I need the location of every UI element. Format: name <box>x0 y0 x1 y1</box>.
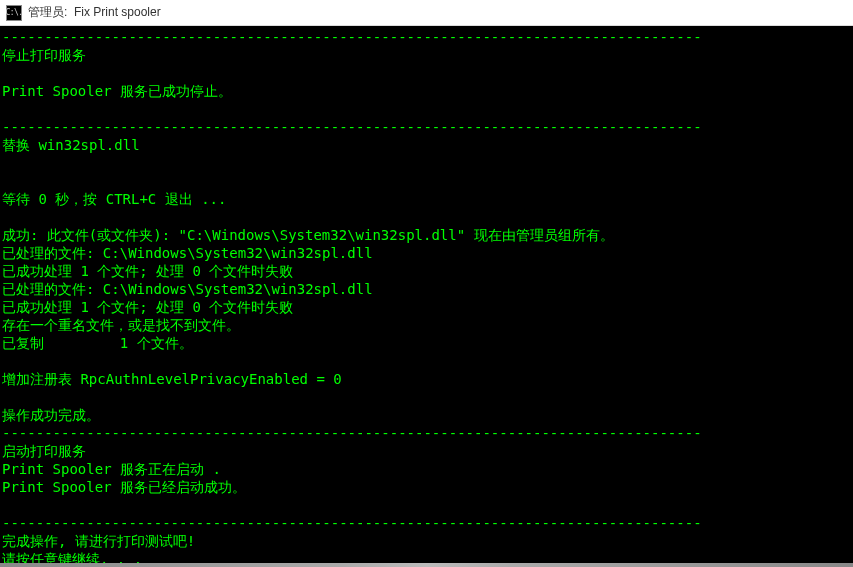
terminal-line: 启动打印服务 <box>2 442 849 460</box>
window-footer-edge <box>0 563 853 567</box>
terminal-line: 已处理的文件: C:\Windows\System32\win32spl.dll <box>2 280 849 298</box>
terminal-line: 停止打印服务 <box>2 46 849 64</box>
terminal-line <box>2 496 849 514</box>
terminal-line: 完成操作, 请进行打印测试吧! <box>2 532 849 550</box>
window-title: 管理员: Fix Print spooler <box>28 4 161 21</box>
terminal-line: ----------------------------------------… <box>2 118 849 136</box>
terminal-line: 成功: 此文件(或文件夹): "C:\Windows\System32\win3… <box>2 226 849 244</box>
title-bar[interactable]: C:\. 管理员: Fix Print spooler <box>0 0 853 26</box>
terminal-line: 等待 0 秒，按 CTRL+C 退出 ... <box>2 190 849 208</box>
terminal-line: 已处理的文件: C:\Windows\System32\win32spl.dll <box>2 244 849 262</box>
terminal-line: 替换 win32spl.dll <box>2 136 849 154</box>
console-window: C:\. 管理员: Fix Print spooler ------------… <box>0 0 853 567</box>
terminal-line: 操作成功完成。 <box>2 406 849 424</box>
terminal-line <box>2 100 849 118</box>
terminal-line <box>2 208 849 226</box>
terminal-line: ----------------------------------------… <box>2 28 849 46</box>
terminal-line: 存在一个重名文件，或是找不到文件。 <box>2 316 849 334</box>
terminal-line: 已成功处理 1 个文件; 处理 0 个文件时失败 <box>2 298 849 316</box>
terminal-line <box>2 154 849 172</box>
terminal-line <box>2 352 849 370</box>
terminal-line: 已成功处理 1 个文件; 处理 0 个文件时失败 <box>2 262 849 280</box>
terminal-output[interactable]: ----------------------------------------… <box>0 26 853 563</box>
terminal-line: Print Spooler 服务已成功停止。 <box>2 82 849 100</box>
terminal-line <box>2 172 849 190</box>
terminal-line: Print Spooler 服务已经启动成功。 <box>2 478 849 496</box>
terminal-line: 增加注册表 RpcAuthnLevelPrivacyEnabled = 0 <box>2 370 849 388</box>
terminal-line: 已复制 1 个文件。 <box>2 334 849 352</box>
terminal-line: ----------------------------------------… <box>2 424 849 442</box>
terminal-line: ----------------------------------------… <box>2 514 849 532</box>
terminal-line <box>2 388 849 406</box>
terminal-line: 请按任意键继续. . . <box>2 550 849 563</box>
cmd-icon: C:\. <box>6 5 22 21</box>
terminal-line: Print Spooler 服务正在启动 . <box>2 460 849 478</box>
terminal-line <box>2 64 849 82</box>
